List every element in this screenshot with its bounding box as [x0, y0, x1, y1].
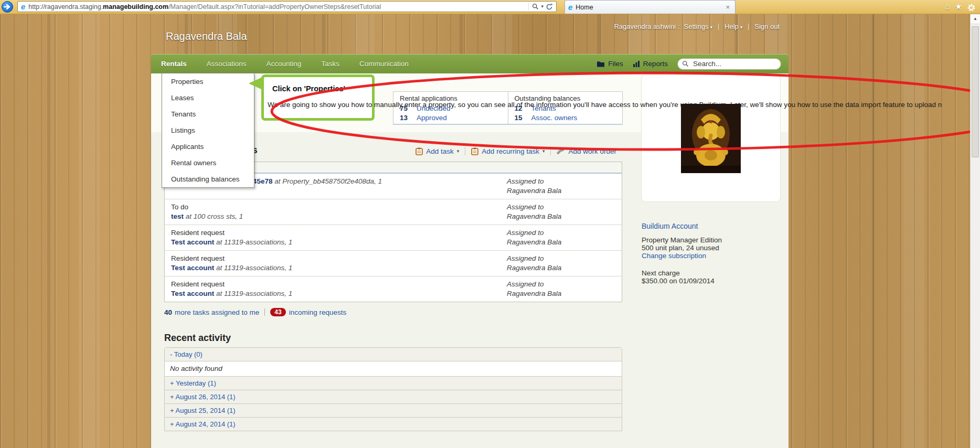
- nav-item-accounting[interactable]: Accounting: [257, 54, 312, 73]
- divider: [748, 24, 749, 30]
- url-prefix: http://ragavendra.staging.: [28, 3, 103, 10]
- stat-link-approved[interactable]: Approved: [417, 114, 447, 122]
- activity-group-aug26[interactable]: + August 26, 2014 (1): [165, 390, 622, 404]
- task-link[interactable]: Test account: [171, 238, 214, 246]
- tooltip-pointer-icon: [249, 77, 262, 90]
- task-assigned: Assigned to Ragavendra Bala: [507, 254, 561, 273]
- browser-tab[interactable]: e Home ×: [564, 0, 736, 14]
- menu-item-applicants[interactable]: Applicants: [162, 138, 254, 155]
- page-background: Ragavendra Bala Ragavendra ashwini : Set…: [0, 14, 980, 448]
- task-assigned: Assigned to Ragavendra Bala: [507, 228, 561, 247]
- clipboard-icon: [416, 147, 423, 155]
- address-bar-controls: ▾: [528, 3, 556, 10]
- incoming-requests-link[interactable]: incoming requests: [289, 308, 347, 316]
- files-button[interactable]: Files: [596, 60, 623, 68]
- tab-close-icon[interactable]: ×: [720, 3, 735, 11]
- task-type: To do: [171, 202, 243, 212]
- activity-group-aug25[interactable]: + August 25, 2014 (1): [165, 404, 622, 418]
- user-links: Ragavendra ashwini : Settings▾ Help▾ Sig…: [612, 23, 782, 30]
- task-link[interactable]: Test account: [171, 290, 214, 297]
- assigned-to-name: Ragavendra Bala: [507, 263, 561, 273]
- tasks-footer: 40 more tasks assigned to me 43 incoming…: [164, 308, 346, 316]
- menu-item-properties[interactable]: Properties: [162, 73, 254, 90]
- assigned-to-name: Ragavendra Bala: [507, 289, 561, 298]
- user-name: Ragavendra ashwini :: [614, 23, 679, 30]
- main-navbar: Rentals Associations Accounting Tasks Co…: [151, 54, 789, 73]
- task-link[interactable]: test: [171, 212, 184, 220]
- help-menu[interactable]: Help▾: [725, 23, 742, 30]
- add-recurring-task-button[interactable]: Add recurring task ▾: [465, 147, 550, 155]
- signout-link[interactable]: Sign out: [754, 23, 780, 30]
- clipboard-icon: [471, 147, 478, 155]
- search-mode-caret-icon[interactable]: ▾: [541, 4, 544, 9]
- buildium-account-link[interactable]: Buildium Account: [642, 222, 780, 230]
- sidebar-card: [642, 75, 780, 201]
- gear-icon[interactable]: [967, 3, 976, 12]
- settings-chevron-icon: ▾: [710, 25, 712, 30]
- stat-value: 13: [400, 113, 411, 123]
- search-input[interactable]: [692, 59, 773, 68]
- menu-item-outstanding-balances[interactable]: Outstanding balances: [162, 171, 254, 187]
- nav-item-tasks[interactable]: Tasks: [311, 54, 349, 73]
- back-button[interactable]: [2, 1, 13, 13]
- address-search-icon[interactable]: [532, 3, 539, 10]
- account-plan: 500 unit plan, 24 unused: [642, 244, 780, 252]
- assigned-to-label: Assigned to: [507, 254, 561, 263]
- more-tasks-link[interactable]: more tasks assigned to me: [175, 308, 259, 316]
- activity-table: - Today (0) No activity found + Yesterda…: [164, 347, 622, 431]
- activity-group-today[interactable]: - Today (0): [165, 348, 622, 361]
- help-label: Help: [725, 23, 739, 30]
- screenshot-root: e http://ragavendra.staging.managebuildi…: [0, 0, 980, 448]
- scrollbar-thumb[interactable]: [972, 26, 979, 157]
- tasks-toolbar: Add task ▾ Add recurring task ▾ Add work…: [410, 147, 622, 155]
- task-cell: Resident request Test account at 11319-a…: [171, 228, 292, 247]
- assigned-to-label: Assigned to: [507, 177, 561, 186]
- nav-item-rentals[interactable]: Rentals: [151, 54, 197, 73]
- task-type: Resident request: [171, 254, 292, 263]
- vertical-scrollbar[interactable]: ▲: [970, 14, 980, 448]
- incoming-requests-badge: 43: [270, 308, 285, 316]
- activity-group-aug24[interactable]: + August 24, 2014 (1): [165, 418, 622, 431]
- menu-item-leases[interactable]: Leases: [162, 90, 254, 106]
- reports-button[interactable]: Reports: [633, 60, 668, 68]
- menu-item-tenants[interactable]: Tenants: [162, 106, 254, 122]
- activity-empty-row: No activity found: [165, 361, 622, 377]
- reports-label: Reports: [643, 60, 668, 68]
- refresh-icon[interactable]: [546, 3, 553, 10]
- tutorial-body-text: We are going to show you how to manually…: [268, 101, 942, 109]
- add-task-button[interactable]: Add task ▾: [410, 147, 465, 155]
- menu-item-listings[interactable]: Listings: [162, 122, 254, 138]
- folder-icon: [596, 60, 605, 67]
- stat-link-assoc-owners[interactable]: Assoc. owners: [531, 114, 578, 122]
- add-task-label: Add task: [426, 147, 454, 155]
- files-label: Files: [608, 60, 623, 68]
- spacer: [642, 260, 780, 269]
- task-cell: To do test at 100 cross sts, 1: [171, 202, 243, 221]
- url-domain: managebuilding.com: [103, 3, 168, 10]
- bar-chart-icon: [633, 60, 640, 67]
- task-row: To do test at 100 cross sts, 1 Assigned …: [165, 199, 622, 225]
- change-subscription-link[interactable]: Change subscription: [642, 252, 780, 260]
- buildium-account-panel: Buildium Account Property Manager Editio…: [642, 222, 780, 285]
- next-charge-value: $350.00 on 01/09/2014: [642, 277, 780, 285]
- assigned-to-label: Assigned to: [507, 228, 561, 238]
- recent-activity-heading: Recent activity: [164, 333, 231, 344]
- help-chevron-icon: ▾: [740, 25, 743, 30]
- nav-item-communication[interactable]: Communication: [349, 54, 419, 73]
- assigned-to-name: Ragavendra Bala: [507, 238, 561, 247]
- task-assigned: Assigned to Ragavendra Bala: [507, 280, 561, 298]
- home-icon[interactable]: ⌂: [945, 2, 950, 12]
- rentals-dropdown-menu: Properties Leases Tenants Listings Appli…: [162, 73, 254, 188]
- nav-item-associations[interactable]: Associations: [197, 54, 257, 73]
- activity-group-yesterday[interactable]: + Yesterday (1): [165, 377, 622, 390]
- address-bar[interactable]: e http://ragavendra.staging.managebuildi…: [17, 1, 557, 12]
- settings-label: Settings: [684, 23, 709, 30]
- settings-menu[interactable]: Settings▾: [684, 23, 713, 30]
- assigned-to-label: Assigned to: [507, 202, 561, 212]
- task-link[interactable]: Test account: [171, 264, 214, 272]
- search-box[interactable]: [677, 58, 781, 70]
- add-work-order-button[interactable]: Add work order: [551, 147, 622, 155]
- star-icon[interactable]: ★: [955, 2, 962, 12]
- menu-item-rental-owners[interactable]: Rental owners: [162, 155, 254, 171]
- scrollbar-up-icon[interactable]: ▲: [971, 14, 980, 24]
